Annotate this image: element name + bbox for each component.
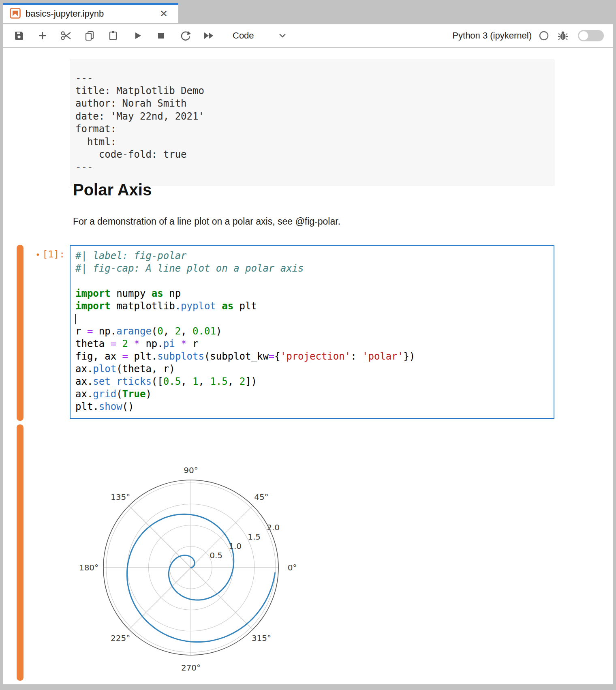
save-button[interactable] (12, 29, 26, 43)
markdown-paragraph: For a demonstration of a line plot on a … (73, 216, 340, 227)
simple-mode-toggle[interactable] (578, 30, 604, 41)
svg-text:135°: 135° (111, 492, 130, 502)
svg-text:270°: 270° (181, 663, 201, 673)
cut-cells-button[interactable] (59, 29, 73, 43)
paste-cells-button[interactable] (106, 29, 120, 43)
execution-count: [1]: (43, 249, 65, 259)
output-figure: 0°45°90°135°180°225°270°315°0.51.01.52.0 (65, 422, 316, 685)
notebook-scroll-area[interactable]: ---title: Matplotlib Demoauthor: Norah S… (3, 48, 613, 684)
copy-cells-button[interactable] (83, 29, 96, 43)
plus-icon (37, 30, 48, 41)
svg-text:0°: 0° (288, 563, 297, 572)
execution-prompt: •[1]: (15, 249, 65, 259)
markdown-heading: Polar Axis (73, 181, 152, 199)
add-cell-button[interactable] (36, 29, 49, 43)
toggle-knob (579, 31, 588, 40)
svg-text:45°: 45° (254, 492, 268, 502)
run-icon (133, 31, 142, 41)
kernel-status-icon (538, 30, 550, 41)
notebook-toolbar: Code Python 3 (ipykernel) (3, 24, 613, 47)
chevron-down-icon (278, 32, 287, 39)
stop-icon (156, 31, 165, 40)
save-icon (14, 30, 24, 41)
restart-icon (180, 30, 191, 41)
interrupt-kernel-button[interactable] (154, 29, 168, 43)
svg-text:0.5: 0.5 (210, 551, 222, 560)
execution-bullet: • (36, 250, 41, 259)
code-cell-collapser[interactable] (17, 245, 24, 421)
svg-text:90°: 90° (184, 465, 198, 475)
code-cell[interactable]: #| label: fig-polar#| fig-cap: A line pl… (70, 245, 554, 419)
fast-forward-icon (203, 31, 214, 41)
paste-icon (107, 30, 119, 41)
output-collapser[interactable] (17, 424, 24, 681)
cell-type-dropdown[interactable]: Code (233, 30, 287, 41)
polar-plot-svg: 0°45°90°135°180°225°270°315°0.51.01.52.0 (65, 422, 316, 685)
svg-text:1.0: 1.0 (229, 541, 242, 551)
notebook-icon (10, 8, 21, 20)
svg-text:2.0: 2.0 (267, 523, 280, 532)
raw-cell-content: ---title: Matplotlib Demoauthor: Norah S… (75, 72, 554, 174)
svg-text:225°: 225° (111, 633, 130, 643)
debugger-bug-icon[interactable] (558, 30, 568, 41)
restart-run-all-button[interactable] (202, 29, 216, 43)
scissors-icon (60, 30, 72, 42)
code-editor[interactable]: #| label: fig-polar#| fig-cap: A line pl… (75, 250, 554, 413)
svg-text:1.5: 1.5 (248, 532, 261, 542)
tab-close-icon[interactable]: ✕ (160, 8, 168, 19)
cell-type-value: Code (233, 30, 254, 41)
kernel-name[interactable]: Python 3 (ipykernel) (452, 30, 532, 41)
restart-kernel-button[interactable] (178, 29, 192, 43)
svg-text:315°: 315° (252, 633, 271, 643)
tab-title: basics-jupyter.ipynb (26, 9, 160, 19)
jupyterlab-window: basics-jupyter.ipynb ✕ (0, 0, 616, 690)
svg-text:180°: 180° (79, 563, 98, 572)
run-cell-button[interactable] (130, 29, 144, 43)
copy-icon (84, 30, 95, 41)
tab-notebook[interactable]: basics-jupyter.ipynb ✕ (3, 3, 178, 23)
raw-cell[interactable]: ---title: Matplotlib Demoauthor: Norah S… (70, 60, 554, 186)
